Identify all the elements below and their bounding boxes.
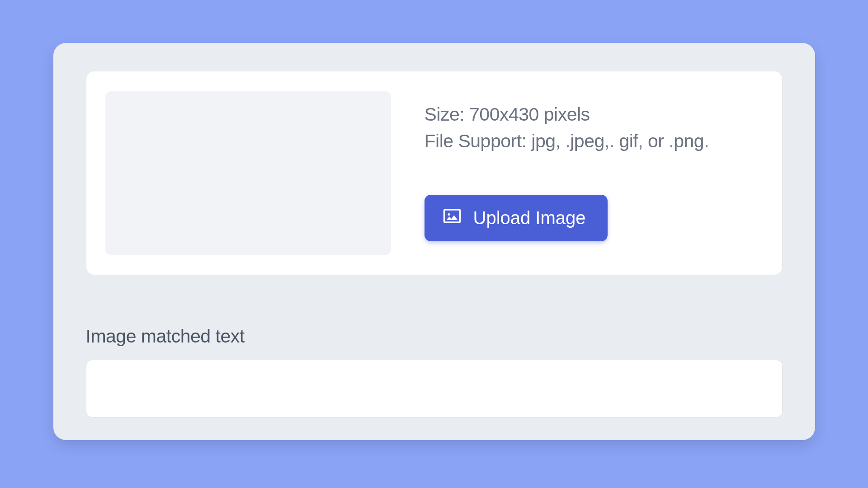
upload-card: Size: 700x430 pixels File Support: jpg, … <box>86 71 783 275</box>
size-label: Size: <box>425 104 465 125</box>
file-support-info: File Support: jpg, .jpeg,. gif, or .png. <box>425 128 709 155</box>
file-support-value: jpg, .jpeg,. gif, or .png. <box>531 131 709 151</box>
matched-text-input[interactable] <box>86 360 783 418</box>
upload-info: Size: 700x430 pixels File Support: jpg, … <box>425 91 709 241</box>
upload-button-label: Upload Image <box>473 208 586 228</box>
size-value: 700x430 pixels <box>469 104 590 125</box>
matched-text-label: Image matched text <box>86 326 783 347</box>
image-icon <box>443 206 462 230</box>
size-info: Size: 700x430 pixels <box>425 101 709 128</box>
upload-image-button[interactable]: Upload Image <box>425 195 608 241</box>
main-panel: Size: 700x430 pixels File Support: jpg, … <box>53 43 815 440</box>
file-support-label: File Support: <box>425 131 527 151</box>
image-preview-placeholder <box>105 91 391 255</box>
